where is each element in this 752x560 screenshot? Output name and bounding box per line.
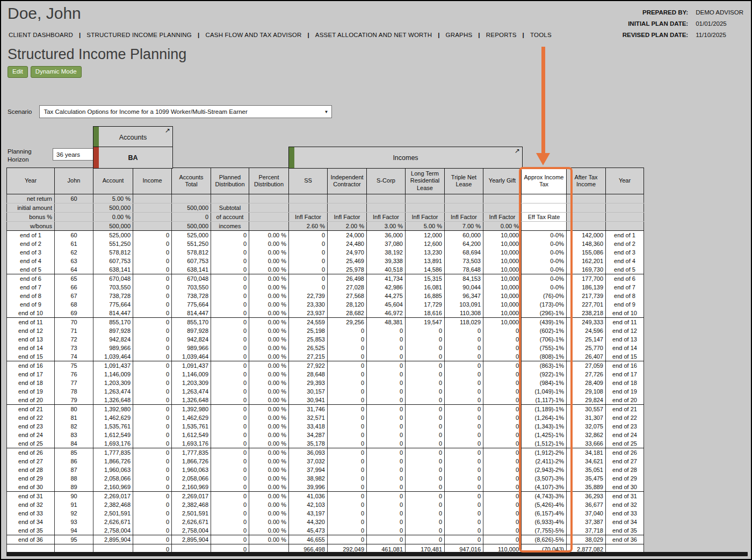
table-cell: 0 — [406, 413, 445, 422]
editable-cell[interactable]: 2.60 % — [289, 222, 328, 231]
table-cell: end of 29 — [606, 474, 644, 483]
nav-graphs[interactable]: GRAPHS — [446, 32, 473, 38]
table-cell: 897,928 — [172, 326, 211, 335]
nav-tools[interactable]: TOOLS — [530, 32, 552, 38]
table-cell: 1,612,549 — [93, 431, 133, 439]
nav-structured-income-planning[interactable]: STRUCTURED INCOME PLANNING — [86, 32, 192, 38]
editable-cell[interactable]: 0.00 % — [483, 222, 522, 231]
revised-plan-date-label: REVISED PLAN DATE: — [623, 32, 688, 38]
table-cell: end of 9 — [606, 300, 644, 309]
table-cell: 35,178 — [289, 439, 328, 448]
nav-separator: | — [198, 32, 199, 38]
table-cell: 0 — [406, 396, 445, 405]
editable-cell[interactable]: 5.00 % — [93, 194, 133, 203]
table-cell: 0 — [445, 466, 483, 474]
table-cell: 0.00 % — [249, 370, 289, 379]
table-cell: 775,664 — [172, 300, 211, 309]
table-cell: end of 20 — [606, 396, 644, 405]
table-cell: end of 15 — [606, 352, 644, 361]
table-cell: 37,080 — [367, 239, 406, 248]
data-rows: end of 160525,0000525,00000.00 %024,0003… — [7, 231, 644, 544]
table-cell: end of 2 — [7, 239, 55, 248]
expand-accounts-icon[interactable]: ↗ — [165, 127, 170, 134]
horizontal-scrollbar[interactable] — [6, 552, 748, 556]
table-cell: 34,621 — [567, 457, 606, 466]
table-cell: 0.00 % — [249, 535, 289, 544]
table-cell: (755)-1% — [522, 344, 567, 352]
table-cell: 1,091,437 — [172, 361, 211, 370]
table-cell: 855,170 — [172, 318, 211, 327]
table-cell: (1,425)-1% — [522, 431, 567, 439]
table-cell: end of 18 — [606, 379, 644, 387]
editable-cell[interactable]: 5.00 % — [406, 222, 445, 231]
table-row: end of 564638,1410638,14100.00 %025,9784… — [7, 265, 644, 274]
nav-client-dashboard[interactable]: CLIENT DASHBOARD — [9, 32, 73, 38]
table-cell: 66 — [55, 283, 93, 292]
table-cell: 0 — [445, 457, 483, 466]
table-cell: 36,293 — [567, 492, 606, 501]
table-cell: (1,264)-1% — [522, 413, 567, 422]
setup-cell — [249, 194, 289, 203]
nav-cash-flow-and-tax-advisor[interactable]: CASH FLOW AND TAX ADVISOR — [205, 32, 301, 38]
editable-cell[interactable]: 2.00 % — [328, 222, 367, 231]
table-cell: 0 — [406, 387, 445, 396]
table-cell: 103,091 — [445, 300, 483, 309]
table-cell: 0 — [483, 379, 522, 387]
table-cell: 2,895,904 — [172, 535, 211, 544]
expand-incomes-icon[interactable]: ↗ — [515, 148, 520, 155]
table-cell: 0 — [328, 492, 367, 501]
table-cell: 0 — [289, 265, 328, 274]
editable-cell[interactable]: 7.00 % — [445, 222, 483, 231]
scenario-select[interactable]: Tax Calculation Options for Income for a… — [39, 105, 332, 118]
table-row: end of 34932,626,67102,626,67100.00 %44,… — [7, 518, 644, 526]
table-cell: 25,147 — [567, 335, 606, 344]
table-cell: 0.00 % — [249, 439, 289, 448]
table-cell: 0 — [211, 500, 249, 509]
table-cell: 0 — [328, 335, 367, 344]
setup-cell — [249, 203, 289, 213]
table-cell: end of 25 — [7, 439, 55, 448]
editable-cell[interactable]: 3.00 % — [367, 222, 406, 231]
table-cell: 0 — [328, 483, 367, 492]
table-cell: 0 — [133, 439, 172, 448]
table-cell: 75 — [55, 361, 93, 370]
table-cell: end of 36 — [606, 535, 644, 544]
setup-row-net-return: net return605.00 % — [7, 194, 644, 203]
table-cell: 0 — [211, 535, 249, 544]
table-cell: 0 — [289, 274, 328, 283]
table-cell: 0 — [367, 466, 406, 474]
table-cell: end of 33 — [606, 509, 644, 518]
table-cell: 0 — [211, 387, 249, 396]
table-cell: 33,666 — [567, 439, 606, 448]
table-cell: end of 23 — [7, 422, 55, 431]
nav-asset-allocation-and-net-worth[interactable]: ASSET ALLOCATION AND NET WORTH — [315, 32, 432, 38]
dynamic-mode-button[interactable]: Dynamic Mode — [31, 66, 82, 78]
table-cell: 0 — [328, 352, 367, 361]
table-cell: 0 — [445, 526, 483, 535]
table-cell: 1,039,464 — [93, 352, 133, 361]
table-cell: 0 — [211, 344, 249, 352]
table-cell: end of 7 — [606, 283, 644, 292]
table-cell: 0 — [211, 474, 249, 483]
column-header: John — [55, 168, 93, 194]
table-cell: 0 — [289, 257, 328, 265]
setup-cell — [249, 213, 289, 222]
table-cell: 82 — [55, 422, 93, 431]
table-cell: 1,693,176 — [93, 439, 133, 448]
table-cell: 10,000 — [483, 309, 522, 318]
table-cell: 0 — [211, 352, 249, 361]
page: Doe, John PREPARED BY: DEMO ADVISOR INIT… — [0, 0, 752, 560]
setup-cell — [289, 194, 328, 203]
table-cell: 2,160,969 — [172, 483, 211, 492]
table-cell: 0 — [133, 396, 172, 405]
edit-button[interactable]: Edit — [8, 66, 28, 78]
table-cell: 814,447 — [93, 309, 133, 318]
table-cell: end of 3 — [606, 248, 644, 257]
table-cell: 0-0% — [522, 231, 567, 240]
table-cell: 0.00 % — [249, 431, 289, 439]
table-cell: 0 — [211, 326, 249, 335]
nav-reports[interactable]: REPORTS — [486, 32, 517, 38]
table-cell: 0 — [133, 509, 172, 518]
table-cell: end of 16 — [7, 361, 55, 370]
setup-cell — [133, 194, 172, 203]
